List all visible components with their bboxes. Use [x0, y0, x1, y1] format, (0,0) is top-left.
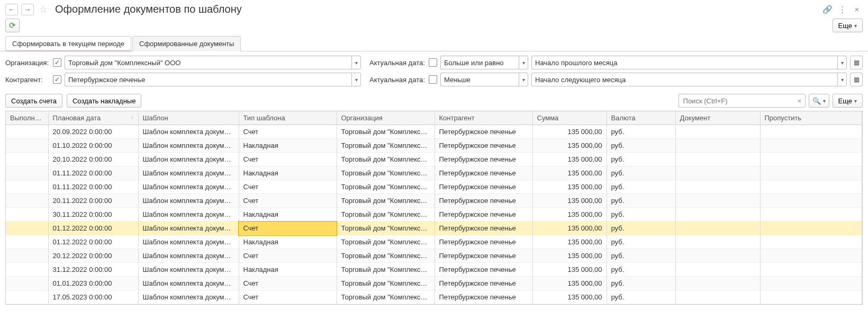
table-row[interactable]: 20.09.2022 0:00:00Шаблон комплекта докум…	[6, 125, 862, 139]
cell-doc[interactable]	[675, 290, 760, 304]
header-more-button[interactable]: Еще ▾	[833, 19, 863, 32]
cell-cur[interactable]: руб.	[607, 249, 675, 263]
date2-op-input[interactable]: Меньше	[440, 73, 519, 86]
cell-skip[interactable]	[760, 166, 862, 180]
cell-doc[interactable]	[675, 194, 760, 208]
cell-sum[interactable]: 135 000,00	[532, 263, 607, 277]
cell-template[interactable]: Шаблон комплекта документ...	[138, 180, 239, 194]
search-input[interactable]	[679, 97, 794, 105]
date2-calendar-button[interactable]: ▦	[850, 73, 863, 86]
table-row[interactable]: 20.11.2022 0:00:00Шаблон комплекта докум…	[6, 194, 862, 208]
cell-cur[interactable]: руб.	[607, 263, 675, 277]
table-row[interactable]: 01.11.2022 0:00:00Шаблон комплекта докум…	[6, 166, 862, 180]
cell-template[interactable]: Шаблон комплекта документ...	[138, 290, 239, 304]
cell-sum[interactable]: 135 000,00	[532, 222, 607, 235]
create-shipments-button[interactable]: Создать накладные	[67, 94, 141, 108]
refresh-button[interactable]: ⟳	[5, 19, 20, 32]
cell-doc[interactable]	[675, 180, 760, 194]
cell-template[interactable]: Шаблон комплекта документ...	[138, 125, 239, 139]
cell-doc[interactable]	[675, 125, 760, 139]
cntr-checkbox[interactable]	[53, 75, 61, 84]
cell-cntr[interactable]: Петербуржское печенье	[435, 208, 532, 222]
cell-date[interactable]: 20.10.2022 0:00:00	[48, 153, 138, 166]
cell-sum[interactable]: 135 000,00	[532, 277, 607, 290]
cell-cntr[interactable]: Петербуржское печенье	[435, 277, 532, 290]
cell-done[interactable]	[6, 125, 48, 139]
cell-doc[interactable]	[675, 263, 760, 277]
cell-date[interactable]: 20.11.2022 0:00:00	[48, 194, 138, 208]
cell-date[interactable]: 30.11.2022 0:00:00	[48, 208, 138, 222]
cell-org[interactable]: Торговый дом "Комплексный...	[337, 208, 435, 222]
cell-done[interactable]	[6, 208, 48, 222]
date2-val-dropdown[interactable]: ▾	[837, 73, 847, 86]
cell-cntr[interactable]: Петербуржское печенье	[435, 235, 532, 249]
cell-template[interactable]: Шаблон комплекта документ...	[138, 139, 239, 153]
cell-cntr[interactable]: Петербуржское печенье	[435, 166, 532, 180]
cell-done[interactable]	[6, 139, 48, 153]
cell-org[interactable]: Торговый дом "Комплексный...	[337, 249, 435, 263]
cell-done[interactable]	[6, 249, 48, 263]
cell-doc[interactable]	[675, 208, 760, 222]
table-row[interactable]: 01.11.2022 0:00:00Шаблон комплекта докум…	[6, 180, 862, 194]
cell-skip[interactable]	[760, 277, 862, 290]
cell-cntr[interactable]: Петербуржское печенье	[435, 153, 532, 166]
cell-date[interactable]: 01.11.2022 0:00:00	[48, 166, 138, 180]
cell-skip[interactable]	[760, 235, 862, 249]
date2-checkbox[interactable]	[429, 75, 437, 84]
link-icon[interactable]: 🔗	[821, 4, 833, 15]
cell-done[interactable]	[6, 222, 48, 235]
cell-skip[interactable]	[760, 290, 862, 304]
col-template-type[interactable]: Тип шаблона	[239, 111, 337, 125]
cell-sum[interactable]: 135 000,00	[532, 139, 607, 153]
cell-cntr[interactable]: Петербуржское печенье	[435, 194, 532, 208]
cell-org[interactable]: Торговый дом "Комплексный...	[337, 194, 435, 208]
cell-type[interactable]: Накладная	[239, 166, 337, 180]
cell-type[interactable]: Накладная	[239, 139, 337, 153]
cell-type[interactable]: Счет	[239, 194, 337, 208]
cell-doc[interactable]	[675, 277, 760, 290]
col-document[interactable]: Документ	[675, 111, 760, 125]
col-counterparty[interactable]: Контрагент	[435, 111, 532, 125]
cell-date[interactable]: 20.09.2022 0:00:00	[48, 125, 138, 139]
cell-sum[interactable]: 135 000,00	[532, 153, 607, 166]
cell-org[interactable]: Торговый дом "Комплексный...	[337, 277, 435, 290]
cell-skip[interactable]	[760, 263, 862, 277]
col-organization[interactable]: Организация	[337, 111, 435, 125]
date1-op-dropdown[interactable]: ▾	[519, 56, 528, 69]
cell-cur[interactable]: руб.	[607, 235, 675, 249]
back-button[interactable]: ←	[5, 4, 18, 15]
cell-sum[interactable]: 135 000,00	[532, 180, 607, 194]
cell-org[interactable]: Торговый дом "Комплексный...	[337, 290, 435, 304]
cell-date[interactable]: 01.12.2022 0:00:00	[48, 235, 138, 249]
cell-org[interactable]: Торговый дом "Комплексный...	[337, 263, 435, 277]
kebab-icon[interactable]: ⋮	[836, 4, 848, 15]
cell-cntr[interactable]: Петербуржское печенье	[435, 180, 532, 194]
cntr-input[interactable]: Петербуржское печенье	[65, 73, 351, 86]
cell-type[interactable]: Накладная	[239, 235, 337, 249]
cell-cur[interactable]: руб.	[607, 153, 675, 166]
cell-cntr[interactable]: Петербуржское печенье	[435, 290, 532, 304]
cell-template[interactable]: Шаблон комплекта документ...	[138, 277, 239, 290]
cell-sum[interactable]: 135 000,00	[532, 166, 607, 180]
cell-cntr[interactable]: Петербуржское печенье	[435, 222, 532, 235]
date1-val-input[interactable]: Начало прошлого месяца	[531, 56, 837, 69]
cell-cntr[interactable]: Петербуржское печенье	[435, 125, 532, 139]
cell-date[interactable]: 01.12.2022 0:00:00	[48, 222, 138, 235]
cell-type[interactable]: Счет	[239, 125, 337, 139]
cell-doc[interactable]	[675, 139, 760, 153]
cell-sum[interactable]: 135 000,00	[532, 125, 607, 139]
cell-cntr[interactable]: Петербуржское печенье	[435, 263, 532, 277]
cell-done[interactable]	[6, 153, 48, 166]
cell-skip[interactable]	[760, 249, 862, 263]
cell-done[interactable]	[6, 290, 48, 304]
cell-skip[interactable]	[760, 222, 862, 235]
table-row[interactable]: 17.05.2023 0:00:00Шаблон комплекта докум…	[6, 290, 862, 304]
cell-skip[interactable]	[760, 153, 862, 166]
col-sum[interactable]: Сумма	[532, 111, 607, 125]
cell-org[interactable]: Торговый дом "Комплексный...	[337, 139, 435, 153]
cell-template[interactable]: Шаблон комплекта документ...	[138, 263, 239, 277]
cell-skip[interactable]	[760, 139, 862, 153]
cell-type[interactable]: Накладная	[239, 263, 337, 277]
cell-org[interactable]: Торговый дом "Комплексный...	[337, 235, 435, 249]
date2-val-input[interactable]: Начало следующего месяца	[531, 73, 837, 86]
